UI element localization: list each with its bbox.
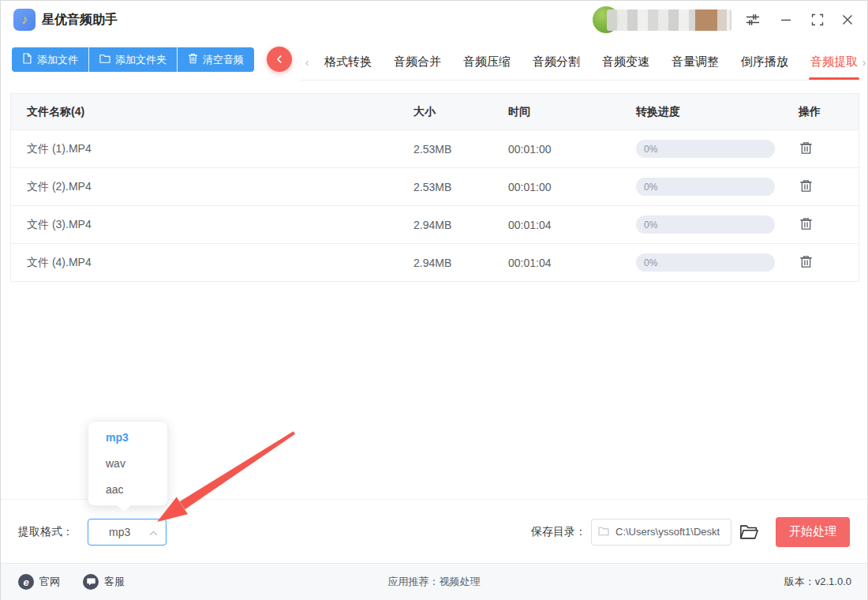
file-duration: 00:01:04	[508, 219, 636, 231]
header-action: 操作	[780, 105, 859, 119]
tab-audio-extract[interactable]: 音频提取	[810, 44, 858, 80]
browse-folder-icon[interactable]	[739, 523, 758, 541]
tab-reverse-play[interactable]: 倒序播放	[741, 44, 788, 80]
app-logo-icon: ♪	[13, 9, 36, 31]
action-cell	[780, 254, 859, 272]
format-dropdown-popup: mp3 wav aac	[88, 421, 168, 506]
file-actions-group: 添加文件 添加文件夹 清空音频	[12, 47, 254, 72]
header-file-name: 文件名称(4)	[11, 105, 413, 119]
progress-cell: 0%	[636, 178, 780, 196]
file-duration: 00:01:00	[508, 181, 636, 193]
folder-small-icon	[598, 525, 609, 539]
blurred-username	[607, 9, 731, 31]
add-folder-button[interactable]: 添加文件夹	[89, 47, 178, 72]
tab-format-convert[interactable]: 格式转换	[324, 44, 372, 80]
progress-label: 0%	[636, 219, 657, 231]
add-folder-label: 添加文件夹	[115, 53, 166, 67]
save-path-box[interactable]	[591, 519, 731, 546]
file-duration: 00:01:04	[508, 257, 636, 269]
file-size: 2.53MB	[413, 143, 508, 156]
progress-bar: 0%	[636, 178, 775, 196]
header-progress: 转换进度	[636, 105, 780, 119]
settings-sliders-icon[interactable]	[743, 10, 762, 29]
file-size: 2.53MB	[413, 181, 508, 193]
header-time: 时间	[508, 105, 636, 119]
format-select[interactable]: mp3	[88, 519, 166, 546]
tab-volume-adjust[interactable]: 音量调整	[672, 44, 719, 80]
scroll-tabs-left-button[interactable]	[267, 47, 292, 72]
table-row: 文件 (1).MP4 2.53MB 00:01:00 0%	[11, 130, 859, 168]
file-size: 2.94MB	[413, 257, 508, 269]
file-name: 文件 (4).MP4	[11, 256, 413, 270]
progress-label: 0%	[636, 144, 657, 155]
maximize-icon[interactable]	[808, 10, 827, 29]
save-dir-label: 保存目录：	[531, 525, 586, 539]
website-icon: e	[18, 574, 34, 590]
minimize-icon[interactable]	[776, 10, 795, 29]
app-window: ♪ 星优音频助手 添加	[0, 0, 868, 600]
delete-icon[interactable]	[799, 254, 814, 269]
file-name: 文件 (3).MP4	[11, 218, 413, 232]
file-name: 文件 (2).MP4	[11, 180, 413, 194]
recommend-label: 应用推荐：	[388, 576, 440, 587]
progress-bar: 0%	[636, 216, 775, 234]
table-row: 文件 (4).MP4 2.94MB 00:01:04 0%	[11, 244, 859, 281]
tab-audio-speed[interactable]: 音频变速	[602, 44, 649, 80]
progress-label: 0%	[636, 257, 657, 268]
add-file-button[interactable]: 添加文件	[12, 47, 89, 72]
chat-bubble-icon	[83, 574, 99, 590]
action-cell	[780, 141, 859, 158]
format-option-wav[interactable]: wav	[88, 451, 167, 477]
recommend-link[interactable]: 视频处理	[440, 576, 481, 587]
file-name: 文件 (1).MP4	[11, 142, 413, 156]
clear-audio-label: 清空音频	[203, 53, 244, 67]
action-cell	[780, 178, 859, 196]
customer-service-label: 客服	[104, 575, 125, 589]
format-label: 提取格式：	[18, 525, 73, 539]
file-table: 文件名称(4) 大小 时间 转换进度 操作 文件 (1).MP4 2.53MB …	[10, 93, 859, 282]
footer-bar: e 官网 客服 应用推荐：视频处理 版本：v2.1.0.0	[1, 563, 867, 600]
add-file-label: 添加文件	[37, 53, 78, 67]
clear-audio-button[interactable]: 清空音频	[178, 47, 254, 72]
format-select-value: mp3	[88, 526, 130, 538]
official-site-link[interactable]: e 官网	[18, 574, 60, 590]
tab-audio-split[interactable]: 音频分割	[533, 44, 580, 80]
progress-bar: 0%	[636, 253, 775, 272]
file-size: 2.94MB	[413, 219, 508, 231]
table-row: 文件 (2).MP4 2.53MB 00:01:00 0%	[11, 168, 859, 206]
progress-cell: 0%	[636, 140, 780, 158]
close-icon[interactable]	[838, 10, 857, 29]
bottom-control-bar: 提取格式： mp3 保存目录： 开始处理	[1, 499, 867, 564]
format-option-aac[interactable]: aac	[88, 477, 167, 503]
delete-icon[interactable]	[799, 178, 814, 193]
progress-cell: 0%	[636, 253, 780, 272]
format-option-mp3[interactable]: mp3	[88, 425, 167, 451]
progress-label: 0%	[636, 182, 657, 193]
delete-icon[interactable]	[799, 141, 814, 156]
action-cell	[780, 216, 859, 234]
start-process-button[interactable]: 开始处理	[776, 517, 850, 547]
app-recommend: 应用推荐：视频处理	[388, 575, 481, 589]
save-path-input[interactable]	[614, 525, 724, 538]
feature-tabs: 格式转换 音频合并 音频压缩 音频分割 音频变速 音量调整 倒序播放 音频提取	[324, 44, 858, 80]
chevron-right-icon[interactable]: ›	[858, 56, 868, 69]
title-bar: ♪ 星优音频助手	[1, 1, 867, 39]
version-label: 版本：v2.1.0.0	[784, 575, 851, 589]
progress-cell: 0%	[636, 216, 780, 234]
tab-audio-compress[interactable]: 音频压缩	[463, 44, 511, 80]
folder-icon	[99, 54, 110, 66]
file-icon	[22, 53, 32, 66]
trash-icon	[188, 53, 198, 66]
chevron-up-icon	[149, 525, 158, 539]
app-title: 星优音频助手	[42, 12, 118, 28]
chevron-left-icon[interactable]: ‹	[301, 56, 313, 69]
file-duration: 00:01:00	[508, 143, 636, 156]
progress-bar: 0%	[636, 140, 775, 158]
header-size: 大小	[413, 105, 508, 119]
official-site-label: 官网	[39, 575, 60, 589]
table-row: 文件 (3).MP4 2.94MB 00:01:04 0%	[11, 206, 859, 244]
tab-audio-merge[interactable]: 音频合并	[394, 44, 441, 80]
table-header: 文件名称(4) 大小 时间 转换进度 操作	[11, 94, 859, 130]
delete-icon[interactable]	[799, 216, 814, 231]
customer-service-link[interactable]: 客服	[83, 574, 125, 590]
